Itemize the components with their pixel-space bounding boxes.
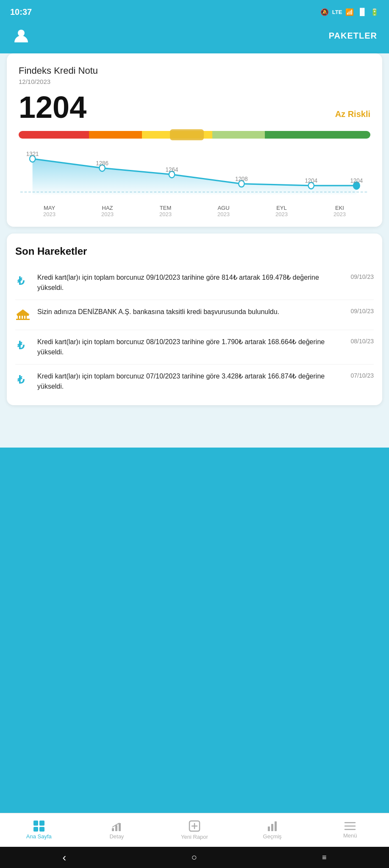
status-icons: 🔕 LTE 📶 ▐▌ 🔋 <box>320 8 379 16</box>
credit-card-date: 12/10/2023 <box>19 78 370 85</box>
bank-symbol-2 <box>16 309 30 321</box>
bottom-navigation: Ana Sayfa Detay Yeni Rapor Geçmiş <box>0 813 389 847</box>
nav-yeni-rapor-label: Yeni Rapor <box>181 834 208 840</box>
svg-text:1208: 1208 <box>235 175 248 182</box>
svg-text:1321: 1321 <box>26 150 39 157</box>
svg-rect-24 <box>112 828 114 831</box>
nav-menu[interactable]: Menü <box>311 818 389 842</box>
risk-segment-orange <box>89 131 142 139</box>
wifi-icon: 📶 <box>345 8 354 16</box>
credit-score-card: Findeks Kredi Notu 12/10/2023 1204 Az Ri… <box>7 53 382 227</box>
credit-risk-label: Az Riskli <box>335 109 370 119</box>
home-grid-icon <box>33 821 44 832</box>
lira-icon-1: ₺ <box>15 273 31 289</box>
svg-text:1204: 1204 <box>350 177 363 184</box>
avatar-icon <box>13 27 30 44</box>
risk-segment-red <box>19 131 89 139</box>
mute-icon: 🔕 <box>320 8 329 16</box>
recents-button[interactable]: ≡ <box>322 853 327 862</box>
transaction-item-2[interactable]: Sizin adınıza DENİZBANK A.Ş. bankasına t… <box>15 300 374 330</box>
app-header: PAKETLER <box>0 22 389 53</box>
transaction-text-2: Sizin adınıza DENİZBANK A.Ş. bankasına t… <box>37 307 333 317</box>
svg-rect-18 <box>20 316 22 319</box>
transaction-date-1: 09/10/23 <box>340 273 374 280</box>
nav-ana-sayfa-label: Ana Sayfa <box>26 833 52 840</box>
back-button[interactable]: ‹ <box>63 851 67 864</box>
nav-ana-sayfa[interactable]: Ana Sayfa <box>0 817 78 843</box>
risk-segment-green <box>265 131 370 139</box>
lte-icon: LTE <box>332 9 342 15</box>
transaction-date-2: 09/10/23 <box>340 307 374 314</box>
svg-rect-32 <box>275 821 277 831</box>
nav-menu-label: Menü <box>343 832 357 839</box>
credit-score-row: 1204 Az Riskli <box>19 92 370 122</box>
chart-svg: 1321 1286 1264 1208 1204 1204 <box>20 150 369 201</box>
svg-rect-17 <box>18 316 19 319</box>
svg-rect-26 <box>119 823 121 831</box>
android-nav-bar: ‹ ○ ≡ <box>0 847 389 868</box>
chart-label-tem: TEM 2023 <box>136 205 194 217</box>
chart-label-may: MAY 2023 <box>20 205 78 217</box>
bank-icon-2 <box>15 308 31 323</box>
home-button[interactable]: ○ <box>191 852 197 863</box>
svg-point-0 <box>18 30 25 36</box>
svg-text:1204: 1204 <box>305 177 317 184</box>
transaction-item-4[interactable]: ₺ Kredi kart(lar)ı için toplam borcunuz … <box>15 364 374 398</box>
transaction-date-4: 07/10/23 <box>340 371 374 379</box>
lira-icon-4: ₺ <box>15 372 31 387</box>
credit-score-number: 1204 <box>19 92 86 122</box>
svg-rect-30 <box>268 826 270 831</box>
lira-symbol-1: ₺ <box>17 275 29 287</box>
nav-detay[interactable]: Detay <box>78 817 156 843</box>
menu-icon <box>344 821 356 831</box>
svg-text:₺: ₺ <box>17 373 25 386</box>
nav-gecmis-label: Geçmiş <box>263 833 282 840</box>
gecmis-icon <box>267 821 278 832</box>
paketler-button[interactable]: PAKETLER <box>329 31 377 41</box>
chart-label-eki: EKI 2023 <box>311 205 369 217</box>
svg-rect-20 <box>25 316 27 319</box>
risk-indicator <box>170 129 204 140</box>
transaction-text-1: Kredi kart(lar)ı için toplam borcunuz 09… <box>37 273 333 293</box>
lira-symbol-4: ₺ <box>17 373 29 386</box>
battery-icon: 🔋 <box>370 8 379 16</box>
svg-text:₺: ₺ <box>17 275 25 287</box>
transaction-item-1[interactable]: ₺ Kredi kart(lar)ı için toplam borcunuz … <box>15 266 374 300</box>
recent-transactions-card: Son Hareketler ₺ Kredi kart(lar)ı için t… <box>7 234 382 405</box>
main-content: Findeks Kredi Notu 12/10/2023 1204 Az Ri… <box>0 53 389 448</box>
transaction-date-3: 08/10/23 <box>340 337 374 345</box>
lira-symbol-3: ₺ <box>17 339 29 352</box>
transaction-text-4: Kredi kart(lar)ı için toplam borcunuz 07… <box>37 371 333 392</box>
svg-marker-21 <box>16 309 30 314</box>
svg-rect-25 <box>115 825 117 831</box>
lira-icon-3: ₺ <box>15 338 31 353</box>
transaction-text-3: Kredi kart(lar)ı için toplam borcunuz 08… <box>37 337 333 357</box>
svg-rect-15 <box>17 314 29 316</box>
svg-rect-16 <box>16 319 30 320</box>
yeni-rapor-icon <box>189 820 200 832</box>
detay-icon <box>111 821 122 832</box>
status-bar: 10:37 🔕 LTE 📶 ▐▌ 🔋 <box>0 0 389 22</box>
svg-rect-31 <box>271 824 273 831</box>
svg-rect-19 <box>23 316 24 319</box>
signal-icon: ▐▌ <box>357 8 367 16</box>
chart-label-agu: AGU 2023 <box>194 205 253 217</box>
nav-yeni-rapor[interactable]: Yeni Rapor <box>156 817 233 843</box>
recent-transactions-title: Son Hareketler <box>15 245 374 257</box>
transaction-item-3[interactable]: ₺ Kredi kart(lar)ı için toplam borcunuz … <box>15 330 374 364</box>
risk-bar <box>19 131 370 139</box>
credit-card-title: Findeks Kredi Notu <box>19 65 370 76</box>
score-chart: 1321 1286 1264 1208 1204 1204 MAY 2023 H… <box>19 150 370 218</box>
risk-segment-lightgreen <box>212 131 265 139</box>
svg-text:1264: 1264 <box>166 166 178 173</box>
nav-detay-label: Detay <box>109 833 124 840</box>
chart-labels: MAY 2023 HAZ 2023 TEM 2023 AGU 2023 EYL <box>20 205 369 217</box>
nav-gecmis[interactable]: Geçmiş <box>233 817 311 843</box>
chart-label-haz: HAZ 2023 <box>78 205 136 217</box>
chart-label-eyl: EYL 2023 <box>253 205 311 217</box>
svg-text:₺: ₺ <box>17 339 25 352</box>
status-time: 10:37 <box>10 7 32 17</box>
profile-button[interactable] <box>12 26 31 45</box>
svg-text:1286: 1286 <box>96 159 108 167</box>
